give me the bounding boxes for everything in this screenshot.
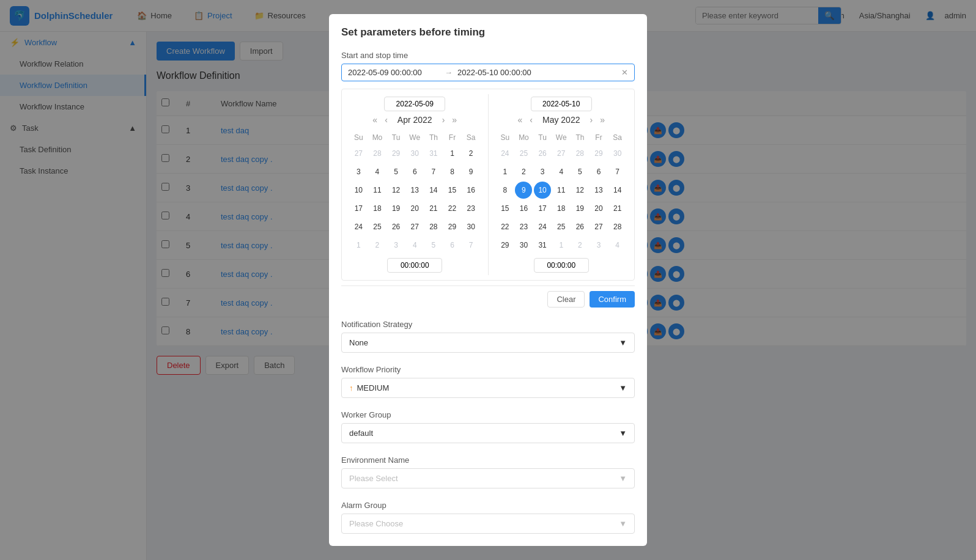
cal-clear-button[interactable]: Clear bbox=[547, 291, 585, 308]
calendar-day[interactable]: 4 bbox=[553, 163, 570, 180]
start-datetime-input[interactable] bbox=[348, 68, 440, 77]
calendar-day[interactable]: 7 bbox=[425, 163, 442, 180]
calendar-day[interactable]: 22 bbox=[444, 200, 461, 217]
calendar-day[interactable]: 23 bbox=[462, 200, 479, 217]
environment-name-select[interactable]: Please Select ▼ bbox=[341, 468, 635, 488]
calendar-day[interactable]: 7 bbox=[462, 237, 479, 254]
calendar-day[interactable]: 8 bbox=[497, 182, 514, 199]
calendar-day[interactable]: 30 bbox=[609, 145, 626, 162]
calendar-day[interactable]: 15 bbox=[497, 200, 514, 217]
calendar-day[interactable]: 7 bbox=[609, 163, 626, 180]
calendar-day[interactable]: 12 bbox=[388, 182, 405, 199]
calendar-day[interactable]: 27 bbox=[590, 218, 607, 235]
calendar-day[interactable]: 16 bbox=[462, 182, 479, 199]
calendar-day[interactable]: 11 bbox=[553, 182, 570, 199]
calendar-day[interactable]: 28 bbox=[369, 145, 386, 162]
calendar-day[interactable]: 3 bbox=[388, 237, 405, 254]
calendar-day[interactable]: 30 bbox=[406, 145, 423, 162]
calendar-day[interactable]: 26 bbox=[571, 218, 588, 235]
calendar-day[interactable]: 1 bbox=[553, 237, 570, 254]
calendar-day[interactable]: 23 bbox=[515, 218, 532, 235]
right-next-month-btn[interactable]: › bbox=[587, 114, 595, 126]
right-time-input[interactable] bbox=[534, 258, 589, 273]
calendar-day[interactable]: 2 bbox=[369, 237, 386, 254]
calendar-day[interactable]: 21 bbox=[425, 200, 442, 217]
calendar-day[interactable]: 12 bbox=[571, 182, 588, 199]
calendar-day[interactable]: 28 bbox=[609, 218, 626, 235]
calendar-day[interactable]: 6 bbox=[590, 163, 607, 180]
calendar-day[interactable]: 13 bbox=[406, 182, 423, 199]
right-next-year-btn[interactable]: » bbox=[597, 114, 607, 126]
calendar-day[interactable]: 4 bbox=[369, 163, 386, 180]
calendar-day[interactable]: 21 bbox=[609, 200, 626, 217]
calendar-day[interactable]: 31 bbox=[425, 145, 442, 162]
calendar-day[interactable]: 17 bbox=[350, 200, 367, 217]
calendar-day[interactable]: 1 bbox=[350, 237, 367, 254]
calendar-day[interactable]: 9 bbox=[462, 163, 479, 180]
calendar-day[interactable]: 16 bbox=[515, 200, 532, 217]
calendar-day[interactable]: 25 bbox=[369, 218, 386, 235]
end-datetime-input[interactable] bbox=[457, 68, 549, 77]
calendar-day[interactable]: 14 bbox=[609, 182, 626, 199]
calendar-day[interactable]: 5 bbox=[425, 237, 442, 254]
calendar-day[interactable]: 8 bbox=[444, 163, 461, 180]
calendar-day[interactable]: 2 bbox=[462, 145, 479, 162]
calendar-day[interactable]: 17 bbox=[534, 200, 551, 217]
right-date-input[interactable] bbox=[531, 97, 592, 111]
right-prev-month-btn[interactable]: ‹ bbox=[527, 114, 535, 126]
calendar-day[interactable]: 11 bbox=[369, 182, 386, 199]
right-prev-year-btn[interactable]: « bbox=[516, 114, 525, 126]
calendar-day[interactable]: 5 bbox=[388, 163, 405, 180]
calendar-day[interactable]: 29 bbox=[444, 218, 461, 235]
calendar-day[interactable]: 15 bbox=[444, 182, 461, 199]
calendar-day[interactable]: 26 bbox=[388, 218, 405, 235]
calendar-day[interactable]: 3 bbox=[534, 163, 551, 180]
calendar-day[interactable]: 28 bbox=[425, 218, 442, 235]
calendar-day[interactable]: 19 bbox=[571, 200, 588, 217]
calendar-day[interactable]: 25 bbox=[553, 218, 570, 235]
calendar-day[interactable]: 26 bbox=[534, 145, 551, 162]
left-next-month-btn[interactable]: › bbox=[440, 114, 448, 126]
calendar-day[interactable]: 6 bbox=[444, 237, 461, 254]
calendar-day[interactable]: 4 bbox=[609, 237, 626, 254]
calendar-day[interactable]: 1 bbox=[497, 163, 514, 180]
date-range-input[interactable]: → ✕ bbox=[341, 64, 635, 81]
calendar-day[interactable]: 30 bbox=[462, 218, 479, 235]
left-time-input[interactable] bbox=[387, 258, 442, 273]
calendar-day[interactable]: 27 bbox=[350, 145, 367, 162]
calendar-day[interactable]: 2 bbox=[571, 237, 588, 254]
calendar-day[interactable]: 2 bbox=[515, 163, 532, 180]
calendar-day[interactable]: 24 bbox=[497, 145, 514, 162]
calendar-day[interactable]: 10 bbox=[350, 182, 367, 199]
calendar-day[interactable]: 27 bbox=[406, 218, 423, 235]
calendar-day[interactable]: 27 bbox=[553, 145, 570, 162]
calendar-day[interactable]: 3 bbox=[350, 163, 367, 180]
left-next-year-btn[interactable]: » bbox=[449, 114, 459, 126]
calendar-day[interactable]: 24 bbox=[534, 218, 551, 235]
calendar-day[interactable]: 22 bbox=[497, 218, 514, 235]
calendar-day[interactable]: 31 bbox=[534, 237, 551, 254]
calendar-day[interactable]: 6 bbox=[406, 163, 423, 180]
left-date-input[interactable] bbox=[384, 97, 445, 111]
calendar-day[interactable]: 3 bbox=[590, 237, 607, 254]
calendar-day[interactable]: 9 bbox=[515, 182, 532, 199]
calendar-day[interactable]: 1 bbox=[444, 145, 461, 162]
calendar-day[interactable]: 10 bbox=[534, 182, 551, 199]
calendar-day[interactable]: 5 bbox=[571, 163, 588, 180]
calendar-day[interactable]: 28 bbox=[571, 145, 588, 162]
calendar-day[interactable]: 13 bbox=[590, 182, 607, 199]
clear-date-icon[interactable]: ✕ bbox=[621, 68, 628, 77]
calendar-day[interactable]: 25 bbox=[515, 145, 532, 162]
left-prev-year-btn[interactable]: « bbox=[370, 114, 380, 126]
calendar-day[interactable]: 20 bbox=[406, 200, 423, 217]
calendar-day[interactable]: 14 bbox=[425, 182, 442, 199]
calendar-day[interactable]: 30 bbox=[515, 237, 532, 254]
workflow-priority-select[interactable]: ↑ MEDIUM ▼ bbox=[341, 378, 635, 398]
calendar-day[interactable]: 18 bbox=[553, 200, 570, 217]
notification-strategy-select[interactable]: None ▼ bbox=[341, 333, 635, 353]
left-prev-month-btn[interactable]: ‹ bbox=[382, 114, 390, 126]
calendar-day[interactable]: 4 bbox=[406, 237, 423, 254]
calendar-day[interactable]: 19 bbox=[388, 200, 405, 217]
alarm-group-select[interactable]: Please Choose ▼ bbox=[341, 514, 635, 534]
calendar-day[interactable]: 20 bbox=[590, 200, 607, 217]
